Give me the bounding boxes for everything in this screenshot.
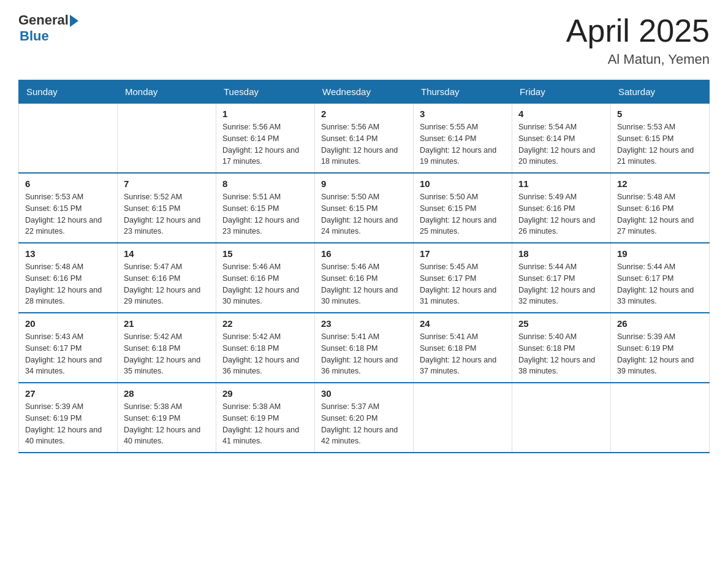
calendar-week-row: 27Sunrise: 5:39 AMSunset: 6:19 PMDayligh… xyxy=(19,383,710,453)
day-info: Sunrise: 5:48 AMSunset: 6:16 PMDaylight:… xyxy=(617,191,703,237)
day-info: Sunrise: 5:56 AMSunset: 6:14 PMDaylight:… xyxy=(321,121,407,167)
calendar-cell xyxy=(414,383,512,453)
day-info: Sunrise: 5:52 AMSunset: 6:15 PMDaylight:… xyxy=(124,191,210,237)
day-number: 3 xyxy=(420,109,506,119)
calendar-cell: 17Sunrise: 5:45 AMSunset: 6:17 PMDayligh… xyxy=(414,243,512,313)
day-number: 10 xyxy=(420,178,506,189)
day-info: Sunrise: 5:41 AMSunset: 6:18 PMDaylight:… xyxy=(420,331,506,377)
day-info: Sunrise: 5:46 AMSunset: 6:16 PMDaylight:… xyxy=(321,261,407,307)
day-info: Sunrise: 5:37 AMSunset: 6:20 PMDaylight:… xyxy=(321,401,407,447)
calendar-cell: 25Sunrise: 5:40 AMSunset: 6:18 PMDayligh… xyxy=(512,313,611,383)
calendar-cell xyxy=(512,383,611,453)
day-number: 7 xyxy=(124,178,210,189)
day-number: 22 xyxy=(222,318,308,329)
page-title: April 2025 xyxy=(566,12,710,49)
calendar-header-sunday: Sunday xyxy=(19,80,118,104)
calendar-cell: 14Sunrise: 5:47 AMSunset: 6:16 PMDayligh… xyxy=(118,243,216,313)
calendar-header-wednesday: Wednesday xyxy=(315,80,414,104)
day-info: Sunrise: 5:46 AMSunset: 6:16 PMDaylight:… xyxy=(222,261,308,307)
calendar-cell: 22Sunrise: 5:42 AMSunset: 6:18 PMDayligh… xyxy=(216,313,315,383)
calendar-cell: 5Sunrise: 5:53 AMSunset: 6:15 PMDaylight… xyxy=(611,104,710,174)
day-info: Sunrise: 5:51 AMSunset: 6:15 PMDaylight:… xyxy=(222,191,308,237)
day-number: 1 xyxy=(222,109,308,119)
day-info: Sunrise: 5:56 AMSunset: 6:14 PMDaylight:… xyxy=(222,121,308,167)
day-info: Sunrise: 5:53 AMSunset: 6:15 PMDaylight:… xyxy=(617,121,703,167)
day-number: 19 xyxy=(617,248,703,259)
calendar-cell: 9Sunrise: 5:50 AMSunset: 6:15 PMDaylight… xyxy=(315,173,414,243)
day-number: 27 xyxy=(25,388,111,399)
calendar-cell xyxy=(611,383,710,453)
calendar-cell: 8Sunrise: 5:51 AMSunset: 6:15 PMDaylight… xyxy=(216,173,315,243)
day-number: 28 xyxy=(124,388,210,399)
calendar-week-row: 20Sunrise: 5:43 AMSunset: 6:17 PMDayligh… xyxy=(19,313,710,383)
day-number: 6 xyxy=(25,178,111,189)
calendar-cell: 10Sunrise: 5:50 AMSunset: 6:15 PMDayligh… xyxy=(414,173,512,243)
day-number: 2 xyxy=(321,109,407,119)
day-number: 18 xyxy=(518,248,604,259)
calendar-cell xyxy=(118,104,216,174)
day-info: Sunrise: 5:42 AMSunset: 6:18 PMDaylight:… xyxy=(124,331,210,377)
logo-triangle-icon xyxy=(70,15,78,27)
logo-blue-text: Blue xyxy=(20,28,49,44)
day-number: 13 xyxy=(25,248,111,259)
calendar-cell: 18Sunrise: 5:44 AMSunset: 6:17 PMDayligh… xyxy=(512,243,611,313)
title-block: April 2025 Al Matun, Yemen xyxy=(566,12,710,67)
day-info: Sunrise: 5:45 AMSunset: 6:17 PMDaylight:… xyxy=(420,261,506,307)
calendar-week-row: 13Sunrise: 5:48 AMSunset: 6:16 PMDayligh… xyxy=(19,243,710,313)
page-subtitle: Al Matun, Yemen xyxy=(566,52,710,67)
calendar-cell: 3Sunrise: 5:55 AMSunset: 6:14 PMDaylight… xyxy=(414,104,512,174)
day-number: 5 xyxy=(617,109,703,119)
calendar-week-row: 6Sunrise: 5:53 AMSunset: 6:15 PMDaylight… xyxy=(19,173,710,243)
day-info: Sunrise: 5:47 AMSunset: 6:16 PMDaylight:… xyxy=(124,261,210,307)
calendar-header-thursday: Thursday xyxy=(414,80,512,104)
calendar-cell: 13Sunrise: 5:48 AMSunset: 6:16 PMDayligh… xyxy=(19,243,118,313)
day-info: Sunrise: 5:43 AMSunset: 6:17 PMDaylight:… xyxy=(25,331,111,377)
logo-general-text: General xyxy=(18,12,69,28)
day-number: 14 xyxy=(124,248,210,259)
calendar-header-row: SundayMondayTuesdayWednesdayThursdayFrid… xyxy=(19,80,710,104)
day-info: Sunrise: 5:49 AMSunset: 6:16 PMDaylight:… xyxy=(518,191,604,237)
calendar-header-monday: Monday xyxy=(118,80,216,104)
calendar-cell: 6Sunrise: 5:53 AMSunset: 6:15 PMDaylight… xyxy=(19,173,118,243)
calendar-cell: 4Sunrise: 5:54 AMSunset: 6:14 PMDaylight… xyxy=(512,104,611,174)
calendar-cell: 20Sunrise: 5:43 AMSunset: 6:17 PMDayligh… xyxy=(19,313,118,383)
day-number: 23 xyxy=(321,318,407,329)
day-info: Sunrise: 5:39 AMSunset: 6:19 PMDaylight:… xyxy=(25,401,111,447)
calendar-cell: 21Sunrise: 5:42 AMSunset: 6:18 PMDayligh… xyxy=(118,313,216,383)
day-number: 16 xyxy=(321,248,407,259)
calendar-cell: 11Sunrise: 5:49 AMSunset: 6:16 PMDayligh… xyxy=(512,173,611,243)
calendar-cell: 2Sunrise: 5:56 AMSunset: 6:14 PMDaylight… xyxy=(315,104,414,174)
day-info: Sunrise: 5:50 AMSunset: 6:15 PMDaylight:… xyxy=(420,191,506,237)
day-info: Sunrise: 5:40 AMSunset: 6:18 PMDaylight:… xyxy=(518,331,604,377)
day-info: Sunrise: 5:50 AMSunset: 6:15 PMDaylight:… xyxy=(321,191,407,237)
calendar-header-saturday: Saturday xyxy=(611,80,710,104)
day-number: 9 xyxy=(321,178,407,189)
calendar-cell: 7Sunrise: 5:52 AMSunset: 6:15 PMDaylight… xyxy=(118,173,216,243)
calendar-cell: 15Sunrise: 5:46 AMSunset: 6:16 PMDayligh… xyxy=(216,243,315,313)
calendar-week-row: 1Sunrise: 5:56 AMSunset: 6:14 PMDaylight… xyxy=(19,104,710,174)
day-number: 17 xyxy=(420,248,506,259)
calendar-cell: 16Sunrise: 5:46 AMSunset: 6:16 PMDayligh… xyxy=(315,243,414,313)
day-info: Sunrise: 5:42 AMSunset: 6:18 PMDaylight:… xyxy=(222,331,308,377)
calendar-cell: 1Sunrise: 5:56 AMSunset: 6:14 PMDaylight… xyxy=(216,104,315,174)
day-info: Sunrise: 5:48 AMSunset: 6:16 PMDaylight:… xyxy=(25,261,111,307)
calendar-cell: 23Sunrise: 5:41 AMSunset: 6:18 PMDayligh… xyxy=(315,313,414,383)
day-number: 30 xyxy=(321,388,407,399)
day-number: 21 xyxy=(124,318,210,329)
calendar-cell: 26Sunrise: 5:39 AMSunset: 6:19 PMDayligh… xyxy=(611,313,710,383)
calendar-cell: 24Sunrise: 5:41 AMSunset: 6:18 PMDayligh… xyxy=(414,313,512,383)
day-number: 24 xyxy=(420,318,506,329)
calendar-cell: 28Sunrise: 5:38 AMSunset: 6:19 PMDayligh… xyxy=(118,383,216,453)
day-info: Sunrise: 5:55 AMSunset: 6:14 PMDaylight:… xyxy=(420,121,506,167)
day-number: 8 xyxy=(222,178,308,189)
day-number: 4 xyxy=(518,109,604,119)
day-info: Sunrise: 5:44 AMSunset: 6:17 PMDaylight:… xyxy=(518,261,604,307)
day-info: Sunrise: 5:53 AMSunset: 6:15 PMDaylight:… xyxy=(25,191,111,237)
calendar-table: SundayMondayTuesdayWednesdayThursdayFrid… xyxy=(18,80,710,453)
calendar-header-friday: Friday xyxy=(512,80,611,104)
calendar-cell: 19Sunrise: 5:44 AMSunset: 6:17 PMDayligh… xyxy=(611,243,710,313)
calendar-cell: 12Sunrise: 5:48 AMSunset: 6:16 PMDayligh… xyxy=(611,173,710,243)
day-info: Sunrise: 5:41 AMSunset: 6:18 PMDaylight:… xyxy=(321,331,407,377)
logo: General Blue xyxy=(18,12,78,44)
day-number: 20 xyxy=(25,318,111,329)
